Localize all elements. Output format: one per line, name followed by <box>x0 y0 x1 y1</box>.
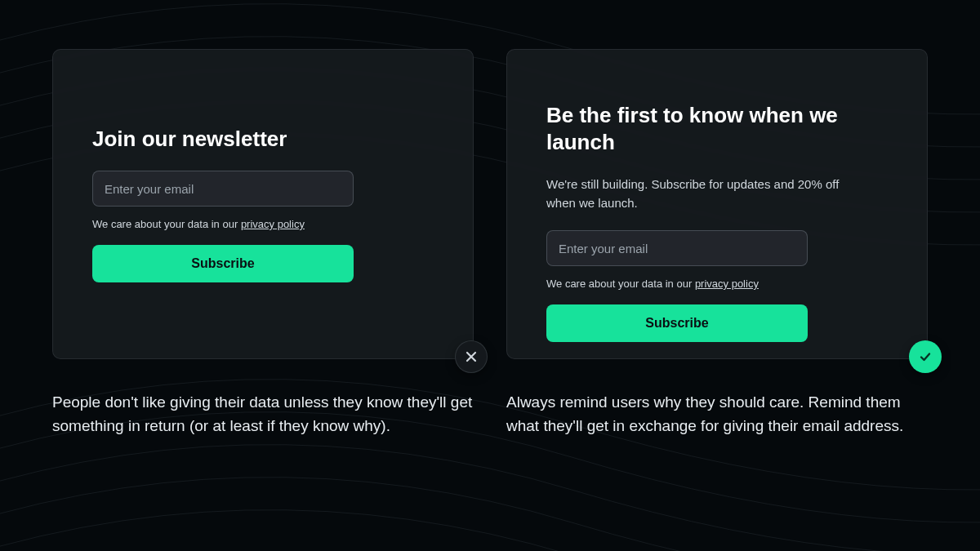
privacy-policy-link[interactable]: privacy policy <box>695 278 759 290</box>
newsletter-card-good: Be the first to know when we launch We'r… <box>506 49 928 359</box>
card-title: Join our newsletter <box>92 126 434 153</box>
email-input[interactable] <box>92 171 354 207</box>
good-example-column: Be the first to know when we launch We'r… <box>506 49 928 438</box>
privacy-text: We care about your data in our privacy p… <box>546 278 888 290</box>
good-example-caption: Always remind users why they should care… <box>506 390 928 438</box>
card-subtitle: We're still building. Subscribe for upda… <box>546 175 840 213</box>
x-icon <box>455 340 488 373</box>
newsletter-card-bad: Join our newsletter We care about your d… <box>52 49 474 359</box>
bad-example-caption: People don't like giving their data unle… <box>52 390 474 438</box>
check-icon <box>909 340 942 373</box>
card-title: Be the first to know when we launch <box>546 102 888 157</box>
privacy-policy-link[interactable]: privacy policy <box>241 218 305 230</box>
privacy-prefix: We care about your data in our <box>92 218 241 230</box>
privacy-prefix: We care about your data in our <box>546 278 695 290</box>
subscribe-button[interactable]: Subscribe <box>546 304 808 342</box>
privacy-text: We care about your data in our privacy p… <box>92 218 434 230</box>
bad-example-column: Join our newsletter We care about your d… <box>52 49 474 438</box>
subscribe-button[interactable]: Subscribe <box>92 245 354 282</box>
email-input[interactable] <box>546 230 808 266</box>
